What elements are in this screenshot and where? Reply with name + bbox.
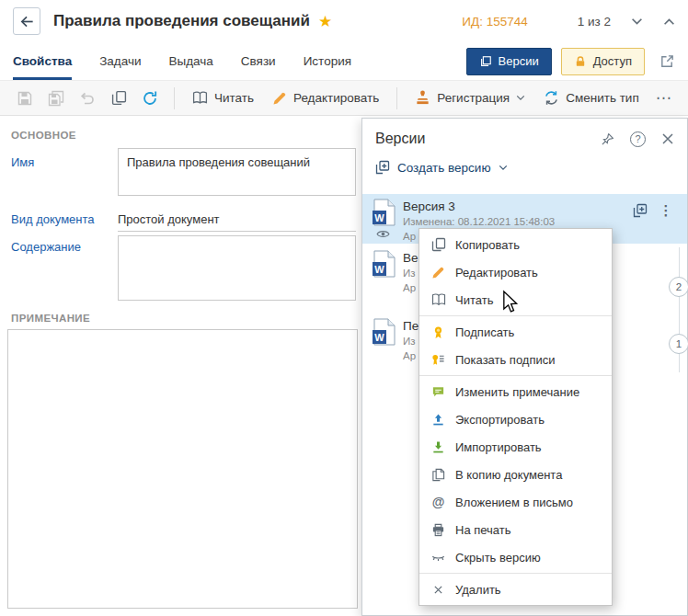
- undo-button[interactable]: [74, 85, 101, 112]
- name-input[interactable]: Правила проведения совещаний: [118, 148, 356, 196]
- menu-separator: [419, 375, 612, 376]
- menu-item-sign[interactable]: Подписать: [419, 318, 612, 346]
- chevron-down-icon: [499, 165, 508, 171]
- doc-kind-select[interactable]: Простой документ: [118, 207, 356, 232]
- word-document-icon: W: [372, 318, 396, 349]
- copy-card-button[interactable]: [105, 85, 132, 112]
- menu-item-label: Вложением в письмо: [455, 496, 573, 509]
- versions-icon: [479, 55, 492, 68]
- page-title: Правила проведения совещаний: [53, 12, 310, 30]
- word-document-icon: W: [372, 250, 396, 281]
- menu-item-print[interactable]: На печать: [419, 516, 612, 543]
- delete-icon: [430, 582, 446, 598]
- save-icon: [17, 90, 33, 107]
- registration-stamp-icon: [415, 90, 430, 106]
- collapse-card-icon[interactable]: [663, 17, 675, 26]
- menu-item-read[interactable]: Читать: [419, 286, 612, 314]
- word-document-icon: W: [372, 199, 396, 230]
- menu-item-import[interactable]: Импортировать: [419, 433, 612, 461]
- version-note-fragment: Ар: [403, 350, 416, 361]
- create-version-button[interactable]: Создать версию: [362, 153, 521, 184]
- doc-id-label: ИД: 155744: [462, 15, 527, 29]
- signatures-list-icon: [430, 352, 446, 368]
- copy-to-document-icon: [430, 467, 446, 483]
- tab-history[interactable]: История: [304, 42, 351, 80]
- menu-item-label: Скрыть версию: [455, 551, 541, 565]
- back-arrow-icon: [19, 14, 35, 29]
- access-button-label: Доступ: [593, 54, 632, 68]
- edit-note-icon: [430, 384, 446, 400]
- content-input[interactable]: [118, 235, 356, 301]
- toolbar-separator: [396, 87, 397, 109]
- version-number-badge: 1: [669, 334, 688, 354]
- toolbar-separator: [174, 87, 175, 109]
- version-note-fragment: Ар: [403, 231, 416, 242]
- menu-item-edit[interactable]: Редактировать: [419, 258, 612, 286]
- section-main-label: ОСНОВНОЕ: [11, 130, 76, 141]
- chevron-down-icon: [516, 95, 525, 101]
- pin-icon[interactable]: [601, 132, 614, 146]
- menu-item-export[interactable]: Экспортировать: [419, 405, 612, 433]
- version-modified: Изменена: 08.12.2021 15:48:03: [403, 216, 555, 227]
- version-note-fragment: Ар: [403, 282, 416, 293]
- save-all-button[interactable]: [42, 85, 70, 112]
- change-type-button-label: Сменить тип: [566, 91, 639, 105]
- tab-issuance[interactable]: Выдача: [169, 42, 213, 80]
- refresh-button[interactable]: [136, 85, 164, 112]
- change-type-icon: [544, 90, 559, 106]
- registration-button[interactable]: Регистрация: [406, 85, 534, 112]
- version-title: Версия 3: [403, 200, 455, 213]
- tab-tasks[interactable]: Задачи: [99, 42, 141, 80]
- create-version-icon: [375, 160, 390, 175]
- note-input[interactable]: [7, 329, 358, 609]
- menu-separator: [419, 573, 612, 574]
- doc-kind-field-label: Вид документа: [11, 212, 95, 226]
- edit-button[interactable]: Редактировать: [263, 85, 388, 112]
- pager-dropdown-icon[interactable]: [631, 17, 643, 26]
- tab-properties[interactable]: Свойства: [13, 42, 72, 80]
- open-book-icon: [430, 292, 446, 308]
- menu-item-edit-note[interactable]: Изменить примечание: [419, 378, 612, 405]
- access-button[interactable]: Доступ: [561, 48, 645, 75]
- export-icon: [430, 412, 446, 428]
- create-version-label: Создать версию: [397, 161, 491, 175]
- menu-item-label: На печать: [455, 523, 511, 537]
- more-actions-button[interactable]: ⋯: [648, 85, 680, 112]
- open-in-new-window-icon[interactable]: [659, 53, 675, 69]
- refresh-icon: [142, 90, 158, 107]
- menu-item-hide-version[interactable]: Скрыть версию: [419, 543, 612, 571]
- lock-icon: [574, 55, 587, 68]
- menu-item-attach-to-email[interactable]: @ Вложением в письмо: [419, 488, 612, 516]
- help-icon[interactable]: ?: [630, 131, 646, 147]
- change-type-button[interactable]: Сменить тип: [534, 85, 648, 112]
- tab-relations[interactable]: Связи: [241, 42, 276, 80]
- card-pager-label: 1 из 2: [578, 15, 611, 29]
- menu-item-label: Экспортировать: [455, 413, 545, 427]
- menu-item-label: В копию документа: [455, 468, 562, 482]
- create-version-from-icon[interactable]: [630, 200, 650, 221]
- menu-item-label: Изменить примечание: [455, 385, 579, 399]
- version-modified: Из: [403, 268, 416, 279]
- save-button[interactable]: [11, 85, 39, 112]
- menu-item-show-signatures[interactable]: Показать подписи: [419, 346, 612, 373]
- back-button[interactable]: [13, 7, 40, 35]
- favorite-star-icon[interactable]: ★: [318, 12, 332, 31]
- versions-button[interactable]: Версии: [466, 48, 552, 75]
- sign-ribbon-icon: [430, 325, 446, 340]
- menu-item-delete[interactable]: Удалить: [419, 576, 612, 603]
- edit-button-label: Редактировать: [293, 91, 379, 105]
- menu-item-copy[interactable]: Копировать: [419, 231, 612, 258]
- row-menu-icon[interactable]: ⋮: [656, 200, 676, 221]
- pencil-icon: [430, 265, 446, 280]
- version-modified: Из: [403, 336, 416, 347]
- close-icon[interactable]: [661, 132, 674, 145]
- copy-icon: [111, 90, 127, 106]
- menu-item-to-document-copy[interactable]: В копию документа: [419, 461, 612, 488]
- registration-button-label: Регистрация: [437, 91, 510, 105]
- read-button[interactable]: Читать: [183, 85, 263, 112]
- header-right: ИД: 155744 1 из 2: [462, 15, 675, 29]
- save-all-icon: [48, 90, 64, 107]
- pencil-icon: [272, 91, 287, 106]
- toolbar: Читать Редактировать Регистрация Сменить…: [0, 81, 688, 116]
- email-attachment-icon: @: [430, 495, 446, 510]
